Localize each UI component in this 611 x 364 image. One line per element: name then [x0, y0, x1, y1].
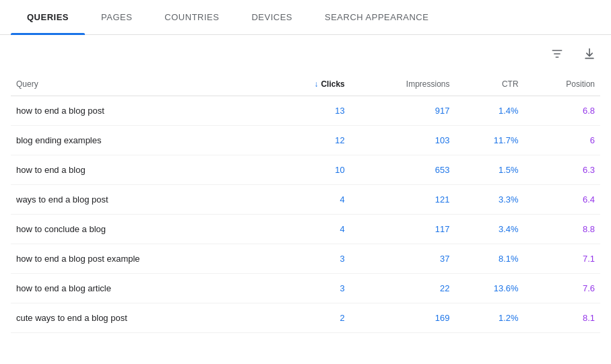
cell-query: blog ending examples	[11, 126, 270, 155]
col-header-query[interactable]: Query	[11, 73, 270, 96]
tab-pages[interactable]: PAGES	[85, 0, 148, 34]
cell-clicks: 3	[270, 244, 350, 274]
sort-arrow-icon: ↓	[314, 79, 318, 89]
cell-clicks: 2	[270, 303, 350, 333]
tab-bar: QUERIES PAGES COUNTRIES DEVICES SEARCH A…	[0, 0, 611, 35]
cell-impressions: 117	[350, 215, 455, 244]
cell-position: 6.4	[524, 185, 600, 215]
cell-query: how to end a blog post example	[11, 244, 270, 274]
table-row[interactable]: blog ending examples1210311.7%6	[11, 126, 600, 155]
cell-ctr: 8.1%	[455, 244, 524, 274]
cell-clicks: 4	[270, 185, 350, 215]
table-row[interactable]: ways to end a blog post41213.3%6.4	[11, 185, 600, 215]
cell-ctr: 11.7%	[455, 126, 524, 155]
table-row[interactable]: how to end a blog article32213.6%7.6	[11, 274, 600, 303]
tab-countries[interactable]: COUNTRIES	[148, 0, 235, 34]
toolbar	[0, 35, 611, 73]
cell-impressions: 103	[350, 126, 455, 155]
col-header-clicks[interactable]: ↓Clicks	[270, 73, 350, 96]
cell-impressions: 653	[350, 155, 455, 185]
col-header-ctr[interactable]: CTR	[455, 73, 524, 96]
data-table: Query ↓Clicks Impressions CTR Position h…	[0, 73, 611, 333]
table-row[interactable]: how to conclude a blog41173.4%8.8	[11, 215, 600, 244]
cell-impressions: 917	[350, 96, 455, 126]
cell-position: 6	[524, 126, 600, 155]
col-header-position[interactable]: Position	[524, 73, 600, 96]
cell-ctr: 1.5%	[455, 155, 524, 185]
cell-clicks: 10	[270, 155, 350, 185]
cell-impressions: 169	[350, 303, 455, 333]
cell-position: 7.1	[524, 244, 600, 274]
cell-position: 7.6	[524, 274, 600, 303]
table-row[interactable]: how to end a blog post139171.4%6.8	[11, 96, 600, 126]
cell-ctr: 1.2%	[455, 303, 524, 333]
download-button[interactable]	[579, 43, 600, 65]
cell-query: cute ways to end a blog post	[11, 303, 270, 333]
cell-clicks: 13	[270, 96, 350, 126]
cell-clicks: 3	[270, 274, 350, 303]
cell-clicks: 4	[270, 215, 350, 244]
table-row[interactable]: cute ways to end a blog post21691.2%8.1	[11, 303, 600, 333]
filter-button[interactable]	[546, 43, 568, 65]
cell-impressions: 121	[350, 185, 455, 215]
cell-query: how to end a blog post	[11, 96, 270, 126]
cell-position: 8.1	[524, 303, 600, 333]
cell-position: 6.8	[524, 96, 600, 126]
table-row[interactable]: how to end a blog106531.5%6.3	[11, 155, 600, 185]
cell-query: how to end a blog article	[11, 274, 270, 303]
cell-ctr: 1.4%	[455, 96, 524, 126]
cell-clicks: 12	[270, 126, 350, 155]
tab-search-appearance[interactable]: SEARCH APPEARANCE	[309, 0, 445, 34]
table-row[interactable]: how to end a blog post example3378.1%7.1	[11, 244, 600, 274]
cell-ctr: 13.6%	[455, 274, 524, 303]
tab-devices[interactable]: DEVICES	[235, 0, 309, 34]
cell-ctr: 3.4%	[455, 215, 524, 244]
cell-ctr: 3.3%	[455, 185, 524, 215]
cell-position: 6.3	[524, 155, 600, 185]
tab-queries[interactable]: QUERIES	[11, 0, 85, 34]
col-header-impressions[interactable]: Impressions	[350, 73, 455, 96]
cell-position: 8.8	[524, 215, 600, 244]
cell-query: how to end a blog	[11, 155, 270, 185]
cell-impressions: 22	[350, 274, 455, 303]
cell-query: ways to end a blog post	[11, 185, 270, 215]
cell-impressions: 37	[350, 244, 455, 274]
cell-query: how to conclude a blog	[11, 215, 270, 244]
